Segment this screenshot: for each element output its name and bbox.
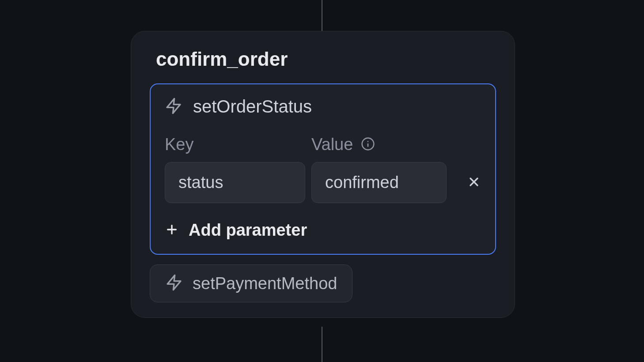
value-column-label-wrap: Value [311, 135, 375, 154]
action-chip-label: setPaymentMethod [193, 274, 337, 293]
connector-line-bottom [322, 327, 322, 362]
remove-parameter-button[interactable] [462, 170, 486, 196]
add-parameter-button[interactable]: Add parameter [165, 219, 307, 241]
action-block-setorderstatus[interactable]: setOrderStatus Key Value [150, 83, 496, 255]
svg-marker-8 [167, 275, 181, 290]
value-column-label: Value [311, 135, 353, 154]
lightning-icon [165, 274, 183, 293]
close-icon [467, 175, 481, 190]
workflow-node-card: confirm_order setOrderStatus Key Value [131, 31, 515, 318]
key-column-label: Key [165, 135, 305, 154]
action-name-label: setOrderStatus [193, 97, 312, 117]
info-icon[interactable] [361, 137, 375, 153]
parameter-row [165, 162, 481, 203]
parameter-key-input[interactable] [165, 162, 305, 203]
add-parameter-label: Add parameter [189, 221, 307, 240]
node-title: confirm_order [156, 48, 496, 70]
lightning-icon [165, 97, 182, 117]
connector-line-top [322, 0, 322, 32]
parameter-labels-row: Key Value [165, 135, 481, 154]
plus-icon [165, 222, 179, 238]
action-chip-setpaymentmethod[interactable]: setPaymentMethod [150, 264, 352, 302]
parameter-value-input[interactable] [311, 162, 447, 203]
action-header: setOrderStatus [165, 97, 481, 117]
svg-marker-0 [167, 98, 180, 113]
